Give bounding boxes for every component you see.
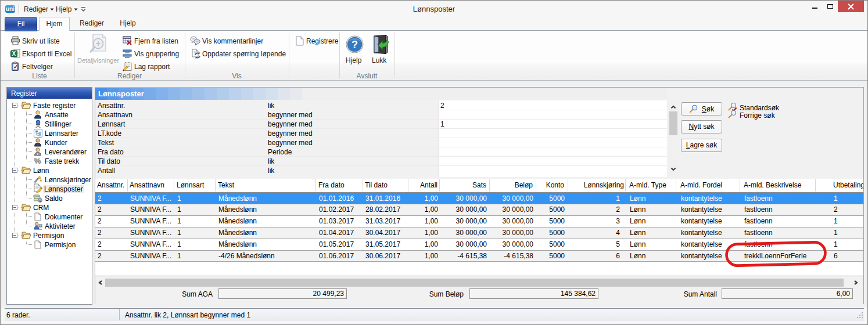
svg-text:?: ? [351, 39, 358, 50]
svg-text:X: X [12, 50, 16, 57]
svg-text:%: % [34, 157, 41, 165]
